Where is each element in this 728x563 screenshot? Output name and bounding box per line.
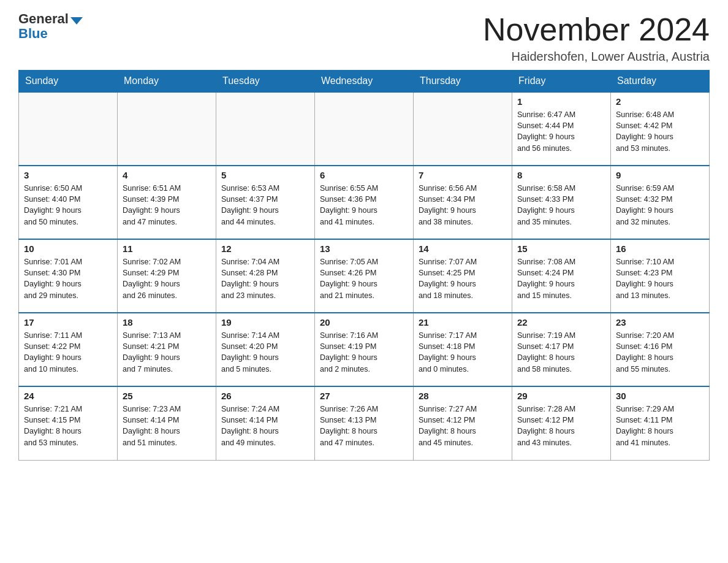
title-block: November 2024 Haidershofen, Lower Austri…: [483, 12, 710, 64]
calendar-cell: 3Sunrise: 6:50 AM Sunset: 4:40 PM Daylig…: [19, 166, 118, 239]
calendar-cell: 27Sunrise: 7:26 AM Sunset: 4:13 PM Dayli…: [315, 386, 414, 460]
calendar-week-row: 1Sunrise: 6:47 AM Sunset: 4:44 PM Daylig…: [19, 92, 710, 166]
calendar-cell: 8Sunrise: 6:58 AM Sunset: 4:33 PM Daylig…: [512, 166, 611, 239]
day-info: Sunrise: 6:51 AM Sunset: 4:39 PM Dayligh…: [123, 183, 211, 228]
calendar-table: Sunday Monday Tuesday Wednesday Thursday…: [18, 70, 710, 461]
day-info: Sunrise: 7:08 AM Sunset: 4:24 PM Dayligh…: [517, 256, 605, 301]
calendar-cell: [216, 92, 315, 166]
day-number: 22: [517, 317, 605, 327]
day-info: Sunrise: 6:47 AM Sunset: 4:44 PM Dayligh…: [517, 109, 605, 154]
calendar-cell: 2Sunrise: 6:48 AM Sunset: 4:42 PM Daylig…: [611, 92, 710, 166]
header-wednesday: Wednesday: [315, 71, 414, 93]
calendar-cell: 22Sunrise: 7:19 AM Sunset: 4:17 PM Dayli…: [512, 313, 611, 386]
day-info: Sunrise: 6:58 AM Sunset: 4:33 PM Dayligh…: [517, 183, 605, 228]
calendar-cell: 7Sunrise: 6:56 AM Sunset: 4:34 PM Daylig…: [414, 166, 512, 239]
calendar-cell: [118, 92, 216, 166]
header-friday: Friday: [512, 71, 611, 93]
day-number: 13: [320, 243, 408, 254]
calendar-cell: 9Sunrise: 6:59 AM Sunset: 4:32 PM Daylig…: [611, 166, 710, 239]
header-monday: Monday: [118, 71, 216, 93]
calendar-cell: 24Sunrise: 7:21 AM Sunset: 4:15 PM Dayli…: [19, 386, 118, 460]
day-number: 28: [419, 391, 507, 401]
calendar-cell: 21Sunrise: 7:17 AM Sunset: 4:18 PM Dayli…: [414, 313, 512, 386]
day-info: Sunrise: 7:24 AM Sunset: 4:14 PM Dayligh…: [221, 404, 309, 448]
day-number: 7: [419, 170, 507, 180]
day-info: Sunrise: 7:17 AM Sunset: 4:18 PM Dayligh…: [419, 330, 507, 375]
calendar-cell: 6Sunrise: 6:55 AM Sunset: 4:36 PM Daylig…: [315, 166, 414, 239]
logo-general: General: [18, 12, 69, 26]
logo-blue: Blue: [18, 26, 48, 41]
day-number: 10: [24, 243, 112, 254]
day-number: 17: [24, 317, 112, 327]
day-info: Sunrise: 7:04 AM Sunset: 4:28 PM Dayligh…: [221, 256, 309, 301]
day-number: 12: [221, 243, 309, 254]
day-info: Sunrise: 6:55 AM Sunset: 4:36 PM Dayligh…: [320, 183, 408, 228]
day-info: Sunrise: 7:23 AM Sunset: 4:14 PM Dayligh…: [123, 404, 211, 448]
day-info: Sunrise: 6:56 AM Sunset: 4:34 PM Dayligh…: [419, 183, 507, 228]
calendar-cell: 30Sunrise: 7:29 AM Sunset: 4:11 PM Dayli…: [611, 386, 710, 460]
day-number: 21: [419, 317, 507, 327]
calendar-cell: 13Sunrise: 7:05 AM Sunset: 4:26 PM Dayli…: [315, 239, 414, 313]
day-info: Sunrise: 7:10 AM Sunset: 4:23 PM Dayligh…: [616, 256, 704, 301]
calendar-cell: 29Sunrise: 7:28 AM Sunset: 4:12 PM Dayli…: [512, 386, 611, 460]
calendar-cell: 18Sunrise: 7:13 AM Sunset: 4:21 PM Dayli…: [118, 313, 216, 386]
calendar-cell: [414, 92, 512, 166]
day-info: Sunrise: 7:02 AM Sunset: 4:29 PM Dayligh…: [123, 256, 211, 301]
day-number: 30: [616, 391, 704, 401]
day-info: Sunrise: 7:07 AM Sunset: 4:25 PM Dayligh…: [419, 256, 507, 301]
day-number: 8: [517, 170, 605, 180]
day-number: 16: [616, 243, 704, 254]
day-number: 26: [221, 391, 309, 401]
month-title: November 2024: [483, 12, 710, 47]
calendar-cell: 28Sunrise: 7:27 AM Sunset: 4:12 PM Dayli…: [414, 386, 512, 460]
day-number: 29: [517, 391, 605, 401]
location-title: Haidershofen, Lower Austria, Austria: [483, 50, 710, 64]
day-info: Sunrise: 6:48 AM Sunset: 4:42 PM Dayligh…: [616, 109, 704, 154]
calendar-cell: 5Sunrise: 6:53 AM Sunset: 4:37 PM Daylig…: [216, 166, 315, 239]
calendar-week-row: 17Sunrise: 7:11 AM Sunset: 4:22 PM Dayli…: [19, 313, 710, 386]
calendar-week-row: 24Sunrise: 7:21 AM Sunset: 4:15 PM Dayli…: [19, 386, 710, 460]
calendar-week-row: 10Sunrise: 7:01 AM Sunset: 4:30 PM Dayli…: [19, 239, 710, 313]
day-info: Sunrise: 6:59 AM Sunset: 4:32 PM Dayligh…: [616, 183, 704, 228]
day-number: 14: [419, 243, 507, 254]
day-info: Sunrise: 7:19 AM Sunset: 4:17 PM Dayligh…: [517, 330, 605, 375]
calendar-cell: 20Sunrise: 7:16 AM Sunset: 4:19 PM Dayli…: [315, 313, 414, 386]
calendar-cell: 14Sunrise: 7:07 AM Sunset: 4:25 PM Dayli…: [414, 239, 512, 313]
day-number: 18: [123, 317, 211, 327]
calendar-cell: 26Sunrise: 7:24 AM Sunset: 4:14 PM Dayli…: [216, 386, 315, 460]
calendar-week-row: 3Sunrise: 6:50 AM Sunset: 4:40 PM Daylig…: [19, 166, 710, 239]
day-number: 15: [517, 243, 605, 254]
calendar-cell: 16Sunrise: 7:10 AM Sunset: 4:23 PM Dayli…: [611, 239, 710, 313]
day-number: 20: [320, 317, 408, 327]
day-info: Sunrise: 7:21 AM Sunset: 4:15 PM Dayligh…: [24, 404, 112, 448]
day-info: Sunrise: 6:50 AM Sunset: 4:40 PM Dayligh…: [24, 183, 112, 228]
logo: General Blue: [18, 12, 83, 42]
calendar-cell: 19Sunrise: 7:14 AM Sunset: 4:20 PM Dayli…: [216, 313, 315, 386]
day-number: 1: [517, 96, 605, 107]
calendar-cell: 11Sunrise: 7:02 AM Sunset: 4:29 PM Dayli…: [118, 239, 216, 313]
day-info: Sunrise: 7:11 AM Sunset: 4:22 PM Dayligh…: [24, 330, 112, 375]
day-info: Sunrise: 7:29 AM Sunset: 4:11 PM Dayligh…: [616, 404, 704, 448]
day-number: 11: [123, 243, 211, 254]
calendar-cell: 12Sunrise: 7:04 AM Sunset: 4:28 PM Dayli…: [216, 239, 315, 313]
day-info: Sunrise: 7:27 AM Sunset: 4:12 PM Dayligh…: [419, 404, 507, 448]
day-number: 27: [320, 391, 408, 401]
calendar-cell: [19, 92, 118, 166]
calendar-cell: 15Sunrise: 7:08 AM Sunset: 4:24 PM Dayli…: [512, 239, 611, 313]
calendar-cell: 23Sunrise: 7:20 AM Sunset: 4:16 PM Dayli…: [611, 313, 710, 386]
day-info: Sunrise: 7:28 AM Sunset: 4:12 PM Dayligh…: [517, 404, 605, 448]
logo-triangle-icon: [70, 17, 83, 25]
day-number: 6: [320, 170, 408, 180]
header-thursday: Thursday: [414, 71, 512, 93]
weekday-header-row: Sunday Monday Tuesday Wednesday Thursday…: [19, 71, 710, 93]
calendar-cell: 10Sunrise: 7:01 AM Sunset: 4:30 PM Dayli…: [19, 239, 118, 313]
calendar-cell: 4Sunrise: 6:51 AM Sunset: 4:39 PM Daylig…: [118, 166, 216, 239]
calendar-cell: [315, 92, 414, 166]
day-info: Sunrise: 7:26 AM Sunset: 4:13 PM Dayligh…: [320, 404, 408, 448]
day-info: Sunrise: 7:20 AM Sunset: 4:16 PM Dayligh…: [616, 330, 704, 375]
day-number: 5: [221, 170, 309, 180]
day-info: Sunrise: 6:53 AM Sunset: 4:37 PM Dayligh…: [221, 183, 309, 228]
calendar-cell: 1Sunrise: 6:47 AM Sunset: 4:44 PM Daylig…: [512, 92, 611, 166]
header-tuesday: Tuesday: [216, 71, 315, 93]
header-sunday: Sunday: [19, 71, 118, 93]
